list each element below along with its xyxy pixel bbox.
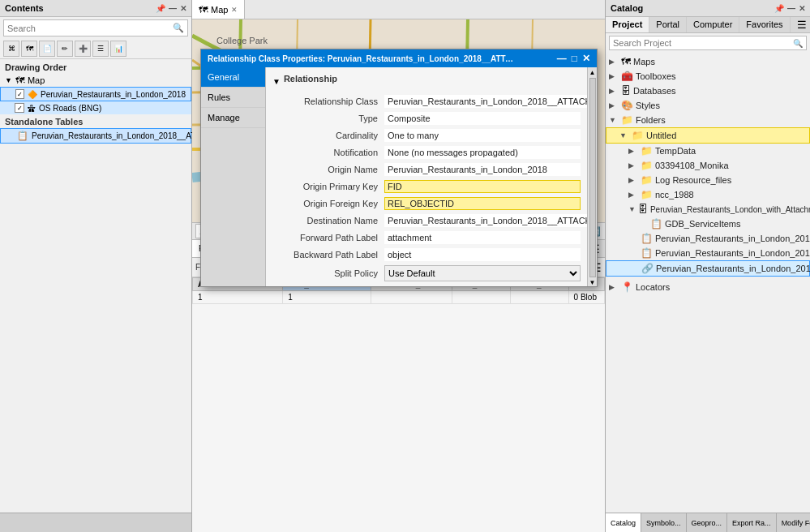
tree-item-peru2018[interactable]: 📋 Peruvian_Restaurants_in_London_2018 [606,231,810,246]
catalog-bottom-tabs: Catalog Symbolo... Geopro... Export Ra..… [606,513,810,532]
filter-btn[interactable]: ⌘ [3,41,19,57]
field-row-split: Split Policy Use Default [272,265,581,281]
catalog-bottom-tab-symbolo[interactable]: Symbolo... [641,513,687,532]
monika-icon: 📁 [641,160,653,171]
chart-btn[interactable]: 📊 [110,41,126,57]
peru2018-attach-label: Peruvian_Restaurants_in_London_2018__ATT… [655,248,810,258]
dialog-scrollbar[interactable]: ▲ ▼ [587,67,597,286]
field-row-type: Type Composite [272,112,581,125]
catalog-bottom-tab-geoprocess[interactable]: Geopro... [687,513,728,532]
dialog-sidebar-rules[interactable]: Rules [201,88,265,108]
ncc1988-arrow: ▶ [628,191,638,199]
catalog-bottom-tab-catalog[interactable]: Catalog [606,513,641,532]
map-tab[interactable]: 🗺 Map ✕ [192,0,245,19]
tree-item-log-resource[interactable]: ▶ 📁 Log Resource_files [606,173,810,187]
map-expand-arrow[interactable]: ▼ [5,76,12,84]
tree-item-folders[interactable]: ▼ 📁 Folders [606,113,810,127]
catalog-header: Catalog 📌 — ✕ [606,0,810,17]
tree-item-locators[interactable]: ▶ 📍 Locators [606,280,810,294]
dialog-sidebar-general[interactable]: General [201,67,265,88]
field-label-type: Type [272,114,378,123]
tree-item-gdb-service[interactable]: 📋 GDB_ServiceItems [606,217,810,231]
catalog-menu-icon[interactable]: ☰ [794,17,810,32]
gdb-label: Peruvian_Restaurants_London_with_Attachm… [650,205,810,214]
relationship-dialog[interactable]: Relationship Class Properties: Peruvian_… [200,49,598,287]
scroll-up-btn[interactable]: ▲ [589,69,596,76]
layer-osroads[interactable]: ✓ 🛣 OS Roads (BNG) [0,101,191,114]
tree-item-maps[interactable]: ▶ 🗺 Maps [606,54,810,69]
minimize-icon[interactable]: — [169,4,177,13]
field-value-split-select[interactable]: Use Default [384,265,581,281]
catalog-pin-icon[interactable]: 📌 [774,4,784,13]
layer-peruvian[interactable]: ✓ 🔶 Peruvian_Restaurants_in_London_2018 [0,87,191,101]
pin-icon[interactable]: 📌 [156,4,165,13]
svg-text:College Park: College Park [216,36,268,45]
dialog-maximize-btn[interactable]: □ [572,53,577,64]
tree-item-styles[interactable]: ▶ 🎨 Styles [606,98,810,113]
catalog-bottom-tab-exportra[interactable]: Export Ra... [727,513,777,532]
map-tab-close[interactable]: ✕ [231,6,238,14]
tree-item-peru2018-attachrel[interactable]: 🔗 Peruvian_Restaurants_in_London_2018__A… [606,260,810,277]
tree-item-monika[interactable]: ▶ 📁 03394108_Monika [606,158,810,173]
catalog-tab-project[interactable]: Project [606,17,649,32]
map-btn[interactable]: 🗺 [21,41,37,57]
gdb-arrow: ▼ [628,205,636,213]
catalog-tab-portal[interactable]: Portal [649,17,687,32]
map-tab-icon: 🗺 [199,5,208,15]
tree-item-toolboxes[interactable]: ▶ 🧰 Toolboxes [606,69,810,84]
tree-item-untitled[interactable]: ▼ 📁 Untitled [606,127,810,144]
field-value-notification: None (no messages propagated) [384,146,581,159]
dialog-minimize-btn[interactable]: — [557,53,567,64]
catalog-tab-computer[interactable]: Computer [687,17,739,32]
dialog-section-title: Relationship [284,74,337,84]
catalog-tabs: Project Portal Computer Favorites ☰ [606,17,810,33]
layer-btn[interactable]: 📄 [39,41,55,57]
catalog-close-icon[interactable]: ✕ [799,4,805,13]
catalog-search-btn[interactable]: 🔍 [790,37,806,49]
catalog-bottom-tab-modifyfe[interactable]: Modify Fe... [777,513,810,532]
attribute-table[interactable]: ATTACHMENTID ▲ REL_OBJECTID ▲ CONTENT_TY… [192,277,605,532]
peruvian-layer-label: Peruvian_Restaurants_in_London_2018 [41,90,186,99]
tree-item-tempdata[interactable]: ▶ 📁 TempData [606,144,810,158]
layer-osroads-checkbox[interactable]: ✓ [15,103,24,113]
peru2018-icon: 📋 [641,233,653,244]
folders-arrow: ▼ [609,116,619,124]
standalone-attach[interactable]: 📋 Peruvian_Restaurants_in_London_2018__A… [0,128,191,144]
layer-map[interactable]: ▼ 🗺 Map [0,74,191,87]
table-row[interactable]: 1 1 0 Blob [193,291,605,304]
field-row-origin-name: Origin Name Peruvian_Restaurants_in_Lond… [272,163,581,176]
catalog-tab-favorites[interactable]: Favorites [739,17,790,32]
tree-item-databases[interactable]: ▶ 🗄 Databases [606,84,810,98]
close-icon[interactable]: ✕ [180,4,186,13]
tree-item-peru2018-attach[interactable]: 📋 Peruvian_Restaurants_in_London_2018__A… [606,246,810,260]
peru2018-attachrel-label: Peruvian_Restaurants_in_London_2018__ATT… [656,264,810,273]
log-resource-arrow: ▶ [628,176,638,184]
cell-att-name [452,291,511,304]
dialog-close-btn[interactable]: ✕ [582,53,590,64]
tree-item-ncc1988[interactable]: ▶ 📁 ncc_1988 [606,187,810,202]
layer-peruvian-checkbox[interactable]: ✓ [15,89,24,99]
tree-item-gdb[interactable]: ▼ 🗄 Peruvian_Restaurants_London_with_Att… [606,202,810,217]
catalog-search-input[interactable] [610,36,790,49]
dialog-section-header: ▼ Relationship [272,74,581,88]
tempdata-arrow: ▶ [628,147,638,155]
locators-label: Locators [636,282,670,292]
add-btn[interactable]: ➕ [75,41,91,57]
field-label-fwd-path: Forward Path Label [272,233,378,242]
search-icon[interactable]: 🔍 [173,23,184,33]
contents-panel: Contents 📌 — ✕ 🔍 ⌘ 🗺 📄 ✏ ➕ ☰ 📊 Drawing O… [0,0,192,532]
contents-bottom-tabs [0,513,191,532]
dialog-section-arrow[interactable]: ▼ [272,77,281,86]
maps-icon: 🗺 [621,56,631,67]
contents-search-bar[interactable]: 🔍 [3,19,188,36]
untitled-arrow: ▼ [619,131,629,139]
contents-toolbar: ⌘ 🗺 📄 ✏ ➕ ☰ 📊 [0,39,191,59]
list-btn[interactable]: ☰ [92,41,109,57]
styles-icon: 🎨 [621,100,633,111]
edit-btn[interactable]: ✏ [57,41,73,57]
contents-search-input[interactable] [7,24,173,33]
toolboxes-icon: 🧰 [621,71,633,82]
scroll-down-btn[interactable]: ▼ [589,279,596,286]
catalog-minimize-icon[interactable]: — [787,4,795,13]
dialog-sidebar-manage[interactable]: Manage [201,108,265,128]
